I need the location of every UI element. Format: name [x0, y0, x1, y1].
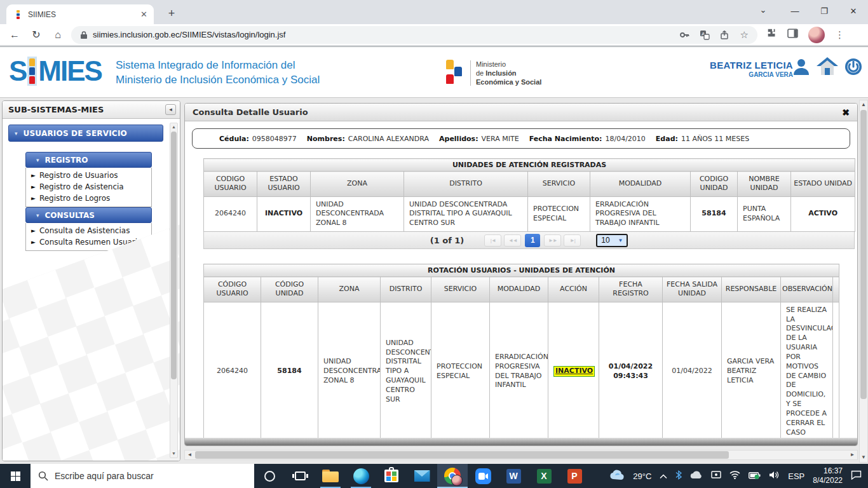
share-icon[interactable] [720, 30, 730, 40]
taskbar-search[interactable] [31, 464, 254, 488]
scroll-down-icon[interactable]: ▼ [170, 450, 177, 458]
vertical-scrollbar[interactable]: ▲ ▼ [859, 100, 868, 463]
column-header[interactable]: SERVICIO [431, 277, 490, 302]
new-tab-button[interactable]: + [164, 6, 179, 21]
powerpoint-button[interactable]: P [559, 464, 590, 488]
column-header[interactable]: ESTADO USUARIO [257, 172, 311, 197]
column-header[interactable]: DISTRITO [404, 172, 528, 197]
translate-icon[interactable]: A [700, 30, 710, 40]
scroll-up-icon[interactable]: ▲ [860, 100, 867, 109]
horizontal-scrollbar[interactable]: ◄ ► [184, 450, 858, 460]
cast-screen-icon[interactable] [711, 470, 721, 482]
clock[interactable]: 16:37 8/4/2022 [813, 466, 843, 485]
sidebar-item-consulta-de-asistencias[interactable]: ►Consulta de Asistencias [29, 225, 151, 236]
column-header[interactable]: DISTRITO [381, 277, 431, 302]
column-header[interactable]: FECHA REGISTRO [599, 277, 663, 302]
user-profile-icon[interactable] [792, 57, 811, 79]
column-header[interactable]: MODALIDAD [490, 277, 548, 302]
scrollbar-thumb[interactable] [195, 451, 729, 459]
task-view-button[interactable] [285, 464, 315, 488]
column-header[interactable]: CÓDIGO UNIDAD [261, 277, 318, 302]
logout-power-icon[interactable] [844, 57, 863, 79]
tray-expand-icon[interactable] [660, 470, 667, 482]
scrollbar-thumb[interactable] [860, 110, 867, 399]
first-page-button[interactable]: |◄ [484, 234, 501, 247]
last-page-button[interactable]: ►| [564, 234, 581, 247]
file-explorer-button[interactable] [315, 464, 346, 488]
ministry-figures-icon [445, 58, 465, 88]
onedrive-icon[interactable] [690, 470, 703, 482]
bluetooth-icon[interactable] [675, 470, 682, 482]
password-key-icon[interactable] [679, 30, 689, 40]
sidebar-item-registro-de-logros[interactable]: ►Registro de Logros [29, 193, 151, 204]
current-page-button[interactable]: 1 [525, 234, 540, 247]
temperature-text[interactable]: 29°C [633, 471, 651, 481]
column-header[interactable]: CODIGO UNIDAD [691, 172, 738, 197]
column-header[interactable]: OBSERVACIÓN [781, 277, 833, 302]
page-size-select[interactable]: 10▼ [596, 234, 628, 247]
prev-page-button[interactable]: ◄◄ [504, 234, 521, 247]
extensions-puzzle-icon[interactable] [766, 28, 777, 41]
column-header[interactable]: CODIGO USUARIO [204, 172, 257, 197]
home-icon[interactable]: ⌂ [47, 29, 69, 41]
cell-zona: UNIDAD DESCONCENTRADA ZONAL 8 [318, 302, 381, 441]
url-text[interactable]: siimies.inclusion.gob.ec/SIIMIES/vistas/… [93, 30, 669, 39]
scroll-right-icon[interactable]: ► [848, 451, 857, 459]
cortana-button[interactable] [254, 464, 285, 488]
chrome-button[interactable] [437, 464, 468, 488]
start-button[interactable] [0, 464, 31, 488]
column-header[interactable]: MODALIDAD [590, 172, 691, 197]
close-button[interactable]: ✕ [839, 6, 868, 16]
section-header-registro[interactable]: ▾ REGISTRO [25, 152, 152, 168]
sidebar-item-registro-de-asistencia[interactable]: ►Registro de Asistencia [29, 181, 151, 193]
user-surname: GARCIA VERA [710, 71, 793, 78]
mail-button[interactable] [407, 464, 437, 488]
column-header[interactable]: FECHA SALIDA UNIDAD [663, 277, 722, 302]
sidebar-collapse-button[interactable]: ◂ [165, 104, 176, 115]
scroll-left-icon[interactable]: ◄ [185, 451, 194, 459]
edge-button[interactable] [346, 464, 376, 488]
scrollbar-thumb[interactable] [171, 132, 177, 379]
home-page-icon[interactable] [817, 57, 838, 79]
action-center-icon[interactable] [851, 470, 862, 482]
zoom-button[interactable] [468, 464, 498, 488]
column-header[interactable]: RESPONSABLE [722, 277, 781, 302]
language-indicator[interactable]: ESP [788, 471, 804, 481]
column-header[interactable]: ACCIÓN [548, 277, 599, 302]
microsoft-store-button[interactable] [376, 464, 407, 488]
word-button[interactable]: W [498, 464, 529, 488]
battery-icon[interactable] [749, 470, 761, 482]
column-header[interactable]: ZONA [318, 277, 381, 302]
tab-search-icon[interactable]: ⌄ [754, 5, 773, 15]
sidebar-item-registro-de-usuarios[interactable]: ►Registro de Usuarios [29, 170, 151, 181]
browser-menu-icon[interactable]: ⋮ [835, 29, 844, 41]
search-input[interactable] [55, 471, 233, 481]
panel-close-icon[interactable]: ✖ [842, 107, 850, 118]
column-header[interactable]: SERVICIO [528, 172, 590, 197]
bookmark-star-icon[interactable]: ☆ [740, 29, 749, 41]
scroll-down-icon[interactable]: ▼ [860, 453, 867, 462]
column-header[interactable]: ZONA [311, 172, 404, 197]
browser-tab[interactable]: SIIMIES ✕ [6, 4, 154, 24]
next-page-button[interactable]: ►► [544, 234, 561, 247]
minimize-button[interactable]: — [780, 6, 810, 16]
sidebar-scrollbar[interactable]: ▲ ▼ [170, 123, 178, 458]
column-header[interactable]: NOMBRE UNIDAD [738, 172, 791, 197]
weather-cloud-icon[interactable] [609, 470, 625, 482]
scroll-up-icon[interactable]: ▲ [170, 123, 177, 131]
excel-button[interactable]: X [529, 464, 559, 488]
column-header[interactable]: CÓDIGO USUARIO [204, 277, 261, 302]
back-icon[interactable]: ← [4, 29, 25, 41]
wifi-icon[interactable] [729, 470, 740, 482]
system-tray: 29°C ESP 16:37 8/4/2022 [609, 464, 868, 488]
volume-icon[interactable] [769, 470, 780, 482]
tab-close-icon[interactable]: ✕ [140, 10, 147, 19]
profile-avatar[interactable] [808, 27, 825, 43]
column-header[interactable]: ESTADO UNIDAD [791, 172, 855, 197]
reload-icon[interactable]: ↻ [25, 29, 47, 41]
sidebar-accordion-usuarios-de-servicio[interactable]: ▾ USUARIOS DE SERVICIO [8, 125, 163, 142]
side-panel-icon[interactable] [787, 29, 798, 41]
address-bar[interactable]: siimies.inclusion.gob.ec/SIIMIES/vistas/… [71, 26, 757, 44]
section-header-consultas[interactable]: ▾ CONSULTAS [25, 207, 152, 223]
restore-button[interactable]: ❐ [810, 6, 839, 16]
